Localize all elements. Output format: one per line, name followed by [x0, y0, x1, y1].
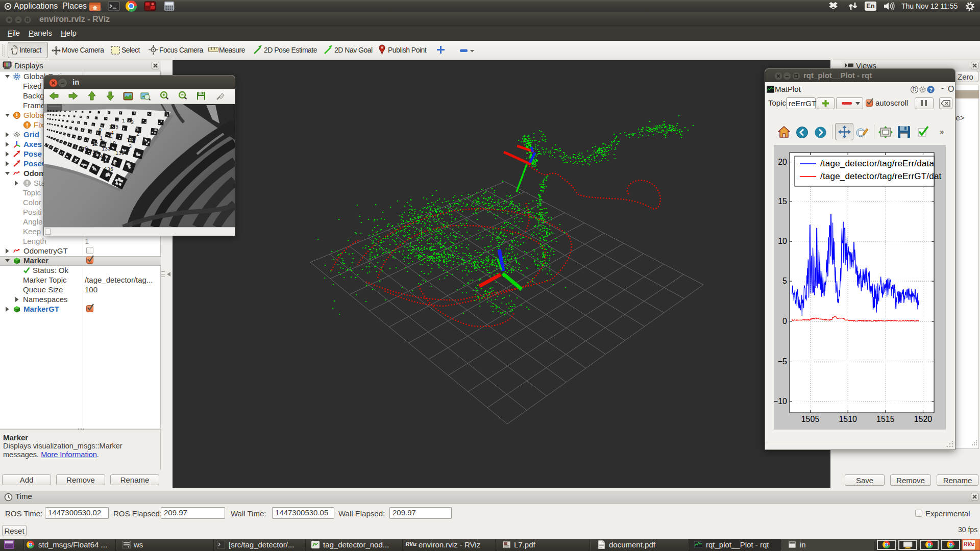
svg-text:1520: 1520 [914, 415, 933, 423]
svg-text:−5: −5 [778, 357, 787, 366]
svg-text:/tage_detector/tag/reErr/data: /tage_detector/tag/reErr/data [820, 159, 935, 168]
svg-text:/tage_detector/tag/reErrGT/dat: /tage_detector/tag/reErrGT/dat [820, 171, 942, 181]
svg-text:0: 0 [782, 317, 787, 325]
svg-text:−10: −10 [774, 397, 787, 406]
svg-text:1505: 1505 [801, 415, 820, 423]
svg-text:?: ? [929, 87, 933, 93]
svg-text:D: D [913, 87, 916, 92]
svg-text:10: 10 [778, 237, 787, 245]
svg-text:15: 15 [778, 197, 787, 206]
svg-text:1510: 1510 [839, 415, 857, 423]
svg-text:20: 20 [778, 158, 787, 166]
svg-text:1515: 1515 [876, 415, 895, 423]
svg-text:5: 5 [782, 277, 787, 285]
